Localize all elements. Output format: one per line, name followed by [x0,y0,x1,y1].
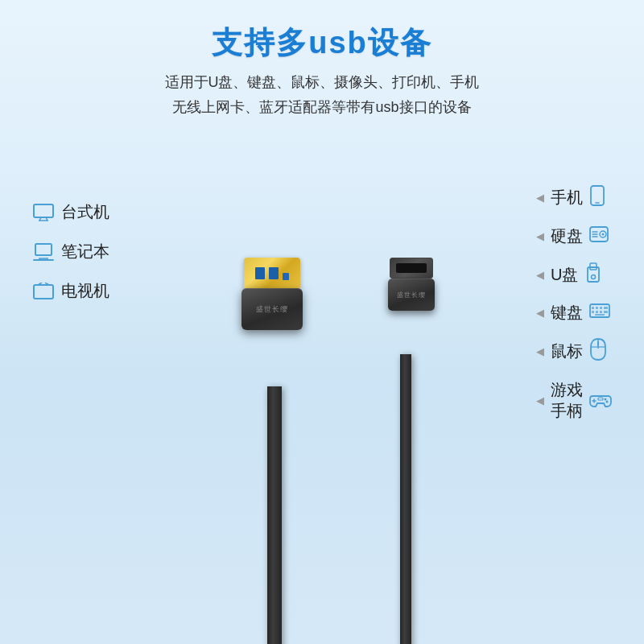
mouse-icon [589,338,607,365]
usb-pin-2 [269,267,279,279]
cable-male [267,386,282,644]
tv-icon [32,283,55,300]
svg-point-36 [606,400,609,402]
subtitle-line2: 无线上网卡、蓝牙适配器等带有usb接口的设备 [172,99,471,115]
left-devices: 台式机 笔记本 [32,153,109,302]
device-tv: 电视机 [32,280,109,302]
device-keyboard: ◀ 键盘 [536,302,610,324]
phone-label: 手机 [551,187,583,208]
arrow-keyboard: ◀ [536,307,544,319]
svg-rect-22 [596,307,598,309]
arrow-hdd: ◀ [536,230,544,242]
subtitle: 适用于U盘、键盘、鼠标、摄像头、打印机、手机 无线上网卡、蓝牙适配器等带有usb… [16,70,628,119]
arrow-phone: ◀ [536,192,544,204]
main-title: 支持多usb设备 [16,23,628,64]
svg-rect-25 [592,311,594,313]
svg-rect-21 [592,307,594,309]
device-phone: ◀ 手机 [536,185,605,210]
svg-point-35 [605,398,607,400]
brand-text-male: 盛世长缨 [256,304,288,315]
keyboard-icon [589,303,610,322]
female-body: 盛世长缨 [388,279,435,311]
device-desktop: 台式机 [32,201,109,223]
svg-rect-18 [590,263,597,270]
port-hole [396,263,427,273]
mouse-label: 鼠标 [551,341,583,362]
arrow-mouse: ◀ [536,345,544,357]
gamepad-label-container: 游戏 手柄 [551,379,583,421]
brand-text-female: 盛世长缨 [397,291,426,299]
laptop-label: 笔记本 [61,241,109,262]
svg-rect-28 [604,311,608,313]
usb-pin-small [283,273,289,280]
female-connector: 盛世长缨 [388,258,435,311]
device-udisk: ◀ U盘 [536,262,602,287]
svg-rect-4 [35,244,52,255]
phone-icon [589,185,605,210]
cable-container: 盛世长缨 盛世长缨 [169,242,475,644]
arrow-udisk: ◀ [536,269,544,281]
hdd-icon [589,225,609,248]
usb-scene: 盛世长缨 盛世长缨 [193,242,451,644]
subtitle-line1: 适用于U盘、键盘、鼠标、摄像头、打印机、手机 [165,74,480,90]
device-gamepad: ◀ 游戏 手柄 [536,379,612,421]
svg-rect-23 [600,307,602,309]
svg-point-13 [602,233,605,236]
header-section: 支持多usb设备 适用于U盘、键盘、鼠标、摄像头、打印机、手机 无线上网卡、蓝牙… [0,0,644,129]
gamepad-label-line2: 手柄 [551,400,583,421]
male-connector: 盛世长缨 [242,258,303,330]
right-devices: ◀ 手机 ◀ 硬盘 [536,153,612,421]
svg-rect-6 [34,285,53,299]
content-area: 台式机 笔记本 [0,129,644,421]
desktop-label: 台式机 [61,201,109,223]
tv-label: 电视机 [61,280,109,302]
udisk-label: U盘 [551,264,578,286]
desktop-icon [32,204,55,221]
svg-rect-0 [34,204,53,217]
gamepad-label-line1: 游戏 [551,379,583,400]
arrow-gamepad: ◀ [536,394,544,407]
female-port [390,258,433,279]
udisk-icon [584,262,602,287]
hdd-label: 硬盘 [551,225,583,247]
gamepad-icon [589,390,612,411]
device-laptop: 笔记本 [32,241,109,262]
gold-head [244,258,300,288]
svg-rect-27 [600,311,602,313]
device-mouse: ◀ 鼠标 [536,338,607,365]
male-body: 盛世长缨 [242,288,303,330]
svg-rect-29 [595,314,605,316]
laptop-icon [32,243,55,261]
cable-female [400,354,411,644]
svg-rect-26 [596,311,598,313]
device-hdd: ◀ 硬盘 [536,225,609,248]
page-container: 支持多usb设备 适用于U盘、键盘、鼠标、摄像头、打印机、手机 无线上网卡、蓝牙… [0,0,644,644]
keyboard-label: 键盘 [551,302,583,324]
usb-pin-1 [255,267,265,279]
svg-rect-37 [598,398,603,400]
svg-rect-24 [604,307,608,309]
svg-point-19 [592,275,596,279]
